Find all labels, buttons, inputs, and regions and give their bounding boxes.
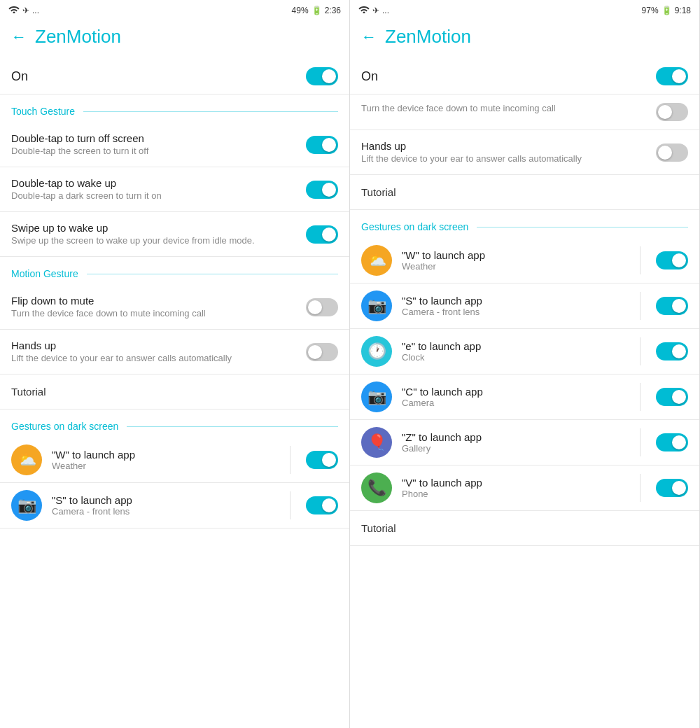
double-tap-wake-item: Double-tap to wake up Double-tap a dark … (0, 167, 349, 212)
gestures-dark-label-right: Gestures on dark screen (361, 221, 468, 232)
flip-down-text: Flip down to mute Turn the device face d… (11, 295, 306, 320)
double-tap-wake-desc: Double-tap a dark screen to turn it on (11, 190, 298, 202)
back-button-right[interactable]: ← (361, 28, 377, 46)
hands-up-item-left: Hands up Lift the device to your ear to … (0, 330, 349, 374)
toggle-knob (672, 435, 686, 449)
back-button-left[interactable]: ← (11, 28, 27, 46)
gesture-z-right: 🎈 "Z" to launch app Gallery (350, 420, 699, 465)
hands-up-toggle-right[interactable] (656, 144, 688, 162)
hands-up-desc-right: Lift the device to your ear to answer ca… (361, 153, 648, 165)
gesture-c-title-right: "C" to launch app (402, 386, 624, 398)
flip-down-desc: Turn the device face down to mute incomi… (11, 308, 298, 320)
touch-gesture-label: Touch Gesture (11, 106, 75, 117)
section-divider-2 (87, 274, 338, 274)
swipe-up-desc: Swipe up the screen to wake up your devi… (11, 235, 298, 247)
toggle-knob (322, 498, 336, 512)
status-left-icons: ✈ ... (8, 5, 39, 15)
hands-up-text-left: Hands up Lift the device to your ear to … (11, 340, 306, 365)
gesture-s-toggle-left[interactable] (306, 496, 338, 514)
gesture-w-toggle-right[interactable] (656, 251, 688, 270)
tutorial-row-right-1[interactable]: Tutorial (350, 175, 699, 210)
tutorial-label-left: Tutorial (11, 386, 46, 398)
status-right-left-icons: ✈ ... (358, 5, 389, 15)
gesture-div-c (640, 383, 640, 411)
gesture-e-title-right: "e" to launch app (402, 340, 624, 352)
gesture-divider-2 (290, 491, 290, 519)
page-title-left: ZenMotion (35, 26, 121, 48)
gesture-div-s (640, 292, 640, 320)
gestures-dark-header-left: Gestures on dark screen (0, 410, 349, 438)
toggle-knob (322, 138, 336, 152)
double-tap-off-item: Double-tap to turn off screen Double-tap… (0, 122, 349, 167)
gesture-s-desc-right: Camera - front lens (402, 307, 624, 317)
hands-up-title-left: Hands up (11, 340, 298, 351)
hands-up-title-right: Hands up (361, 140, 648, 152)
gesture-e-right: 🕐 "e" to launch app Clock (350, 329, 699, 374)
swipe-up-item: Swipe up to wake up Swipe up the screen … (0, 212, 349, 257)
tutorial-label-right-1: Tutorial (361, 186, 396, 198)
gesture-div-e (640, 337, 640, 365)
gesture-s-toggle-right[interactable] (656, 297, 688, 315)
time-left: 2:36 (325, 6, 341, 15)
gestures-dark-header-right: Gestures on dark screen (350, 210, 699, 238)
gesture-v-desc-right: Phone (402, 489, 624, 499)
flip-down-toggle[interactable] (306, 298, 338, 316)
flip-down-title: Flip down to mute (11, 295, 298, 307)
airplane-icon-right: ✈ (372, 6, 379, 15)
gesture-w-desc-right: Weather (402, 261, 624, 272)
gesture-e-text-right: "e" to launch app Clock (402, 340, 624, 363)
gesture-z-toggle-right[interactable] (656, 433, 688, 451)
header-right: ← ZenMotion (350, 20, 699, 59)
gesture-e-toggle-right[interactable] (656, 342, 688, 360)
toggle-knob (672, 299, 686, 313)
gesture-v-toggle-right[interactable] (656, 479, 688, 497)
battery-icon-right: 🔋 (662, 6, 672, 15)
double-tap-wake-text: Double-tap to wake up Double-tap a dark … (11, 177, 306, 202)
toggle-knob (672, 390, 686, 404)
phone-icon-right: 📞 (361, 472, 392, 503)
gesture-w-toggle-left[interactable] (306, 451, 338, 469)
swipe-up-toggle[interactable] (306, 225, 338, 244)
gesture-w-title-left: "W" to launch app (52, 449, 274, 461)
hands-up-toggle-left[interactable] (306, 343, 338, 361)
gesture-w-desc-left: Weather (52, 461, 274, 471)
double-tap-wake-title: Double-tap to wake up (11, 177, 298, 189)
double-tap-wake-toggle[interactable] (306, 181, 338, 199)
tutorial-row-right-2[interactable]: Tutorial (350, 511, 699, 546)
dots-icon: ... (32, 6, 39, 15)
battery-percent-right: 97% (642, 6, 659, 15)
content-right: On Turn the device face down to mute inc… (350, 59, 699, 728)
toggle-knob (322, 453, 336, 467)
content-left: On Touch Gesture Double-tap to turn off … (0, 59, 349, 728)
wifi-icon-right (358, 5, 370, 15)
swipe-up-title: Swipe up to wake up (11, 222, 298, 234)
gesture-s-text-left: "S" to launch app Camera - front lens (52, 494, 274, 517)
gesture-c-toggle-right[interactable] (656, 388, 688, 406)
panel-right: ✈ ... 97% 🔋 9:18 ← ZenMotion On Turn the… (350, 0, 700, 728)
gesture-s-text-right: "S" to launch app Camera - front lens (402, 295, 624, 317)
gesture-w-left: ⛅ "W" to launch app Weather (0, 438, 349, 483)
master-toggle-left[interactable] (306, 67, 338, 85)
gesture-c-right: 📷 "C" to launch app Camera (350, 374, 699, 420)
flip-down-toggle-right[interactable] (656, 103, 688, 121)
tutorial-row-left[interactable]: Tutorial (0, 374, 349, 410)
toggle-knob (672, 481, 686, 495)
gesture-w-text-left: "W" to launch app Weather (52, 449, 274, 471)
master-toggle-right[interactable] (656, 67, 688, 85)
flip-down-item: Flip down to mute Turn the device face d… (0, 285, 349, 330)
tutorial-label-right-2: Tutorial (361, 522, 396, 534)
gesture-div-z (640, 428, 640, 456)
weather-icon-left: ⛅ (11, 444, 42, 475)
section-divider-3 (127, 426, 338, 427)
gesture-v-right: 📞 "V" to launch app Phone (350, 465, 699, 511)
gesture-w-text-right: "W" to launch app Weather (402, 249, 624, 272)
hands-up-desc-left: Lift the device to your ear to answer ca… (11, 353, 298, 365)
panel-left: ✈ ... 49% 🔋 2:36 ← ZenMotion On Touch Ge… (0, 0, 350, 728)
double-tap-off-toggle[interactable] (306, 136, 338, 154)
gesture-s-desc-left: Camera - front lens (52, 506, 274, 517)
on-label-left: On (11, 69, 28, 84)
battery-percent-left: 49% (292, 6, 309, 15)
status-right-right-icons: 97% 🔋 9:18 (642, 6, 691, 15)
gesture-c-text-right: "C" to launch app Camera (402, 386, 624, 408)
toggle-knob (658, 105, 672, 119)
